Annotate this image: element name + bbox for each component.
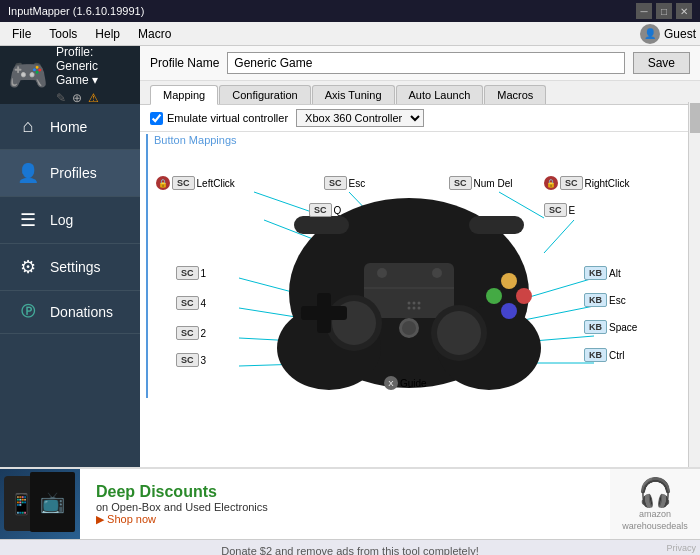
badge-sc-rightclick: SC: [560, 176, 583, 190]
home-icon: ⌂: [16, 116, 40, 137]
ad-link[interactable]: ▶ Shop now: [96, 513, 594, 526]
svg-point-37: [418, 307, 421, 310]
profile-label: Profile:: [56, 45, 132, 59]
badge-sc-3: SC: [176, 353, 199, 367]
content-area: Profile Name Save Mapping Configuration …: [140, 46, 700, 467]
mapping-title: Button Mappings: [154, 134, 694, 146]
profiles-icon: 👤: [16, 162, 40, 184]
svg-point-23: [437, 311, 481, 355]
label-ctrl: Ctrl: [609, 350, 625, 361]
save-button[interactable]: Save: [633, 52, 690, 74]
emulate-checkbox[interactable]: [150, 112, 163, 125]
label-guide: Guide: [400, 378, 427, 389]
maximize-button[interactable]: □: [656, 3, 672, 19]
scrollbar-track[interactable]: [688, 102, 700, 467]
controller-icon-small: 🎮: [8, 56, 48, 94]
app-body: 🎮 Profile: Generic Game ▾ ✎ ⊕ ⚠ ⌂ Home 👤: [0, 46, 700, 467]
sidebar-item-profiles[interactable]: 👤 Profiles: [0, 150, 140, 197]
sidebar-item-home[interactable]: ⌂ Home: [0, 104, 140, 150]
user-name: Guest: [664, 27, 696, 41]
label-dpad4: 4: [201, 298, 207, 309]
tab-auto-launch[interactable]: Auto Launch: [396, 85, 484, 104]
scrollbar-thumb[interactable]: [690, 103, 700, 133]
menu-macro[interactable]: Macro: [130, 25, 179, 43]
emulate-checkbox-label[interactable]: Emulate virtual controller: [150, 112, 288, 125]
mapping-rightclick: 🔒 SC RightClick: [544, 176, 630, 190]
emulate-label-text: Emulate virtual controller: [167, 112, 288, 124]
sidebar-header: 🎮 Profile: Generic Game ▾ ✎ ⊕ ⚠: [0, 46, 140, 104]
mapping-dpad2: SC 2: [176, 326, 206, 340]
badge-sc-leftclick: SC: [172, 176, 195, 190]
menu-file[interactable]: File: [4, 25, 39, 43]
badge-sc-1: SC: [176, 266, 199, 280]
badge-sc-e: SC: [544, 203, 567, 217]
mapping-dpad4: SC 4: [176, 296, 206, 310]
svg-point-39: [413, 302, 416, 305]
sidebar-label-home: Home: [50, 119, 87, 135]
badge-sc-numdel: SC: [449, 176, 472, 190]
tab-macros[interactable]: Macros: [484, 85, 546, 104]
mapping-section: Button Mappings: [146, 134, 694, 398]
label-dpad3: 3: [201, 355, 207, 366]
svg-rect-17: [294, 216, 349, 234]
sidebar-label-log: Log: [50, 212, 73, 228]
svg-point-29: [501, 303, 517, 319]
profile-info: Profile: Generic Game ▾ ✎ ⊕ ⚠: [56, 45, 132, 105]
svg-point-33: [402, 321, 416, 335]
ad-image-right: 🎧 amazonwarehousedeals: [610, 468, 700, 539]
profile-name-bar: Profile Name Save: [140, 46, 700, 81]
warning-icon[interactable]: ⚠: [88, 91, 99, 105]
controller-diagram: 🔒 SC LeftClick SC Esc SC Num Del 🔒: [154, 148, 694, 398]
lock-icon-right: 🔒: [544, 176, 558, 190]
ad-subline: on Open-Box and Used Electronics: [96, 501, 594, 513]
donations-icon: Ⓟ: [16, 303, 40, 321]
label-dpad1: 1: [201, 268, 207, 279]
settings-icon: ⚙: [16, 256, 40, 278]
sidebar-label-profiles: Profiles: [50, 165, 97, 181]
user-area: 👤 Guest: [640, 24, 696, 44]
sidebar-item-log[interactable]: ☰ Log: [0, 197, 140, 244]
menu-help[interactable]: Help: [87, 25, 128, 43]
sidebar-item-settings[interactable]: ⚙ Settings: [0, 244, 140, 291]
ad-headline: Deep Discounts: [96, 482, 594, 501]
badge-sc-2: SC: [176, 326, 199, 340]
svg-point-36: [413, 307, 416, 310]
mapping-kbesc: KB Esc: [584, 293, 626, 307]
badge-kb-space: KB: [584, 320, 607, 334]
minimize-button[interactable]: ─: [636, 3, 652, 19]
tab-axis-tuning[interactable]: Axis Tuning: [312, 85, 395, 104]
add-profile-icon[interactable]: ⊕: [72, 91, 82, 105]
profile-name-input[interactable]: [227, 52, 624, 74]
svg-point-28: [516, 288, 532, 304]
badge-sc-q: SC: [309, 203, 332, 217]
profile-dropdown-arrow[interactable]: ▾: [92, 73, 98, 87]
label-numdel: Num Del: [474, 178, 513, 189]
label-e: E: [569, 205, 576, 216]
label-alt: Alt: [609, 268, 621, 279]
close-button[interactable]: ✕: [676, 3, 692, 19]
ad-banner: 📱 📺 Deep Discounts on Open-Box and Used …: [0, 467, 700, 539]
menu-tools[interactable]: Tools: [41, 25, 85, 43]
svg-line-7: [499, 192, 544, 218]
guide-icon: X: [384, 376, 398, 390]
headphone-icon: 🎧: [638, 476, 673, 509]
mapping-guide: X Guide: [384, 376, 427, 390]
svg-point-31: [432, 268, 442, 278]
profile-name-label: Profile Name: [150, 56, 219, 70]
tabs-bar: Mapping Configuration Axis Tuning Auto L…: [140, 81, 700, 105]
svg-point-40: [418, 302, 421, 305]
sidebar-item-donations[interactable]: Ⓟ Donations: [0, 291, 140, 334]
svg-rect-18: [469, 216, 524, 234]
tab-configuration[interactable]: Configuration: [219, 85, 310, 104]
controller-type-select[interactable]: Xbox 360 Controller: [296, 109, 424, 127]
tab-mapping[interactable]: Mapping: [150, 85, 218, 105]
label-rightclick: RightClick: [585, 178, 630, 189]
mapping-alt: KB Alt: [584, 266, 621, 280]
edit-profile-icon[interactable]: ✎: [56, 91, 66, 105]
badge-kb-ctrl: KB: [584, 348, 607, 362]
ad-text-area: Deep Discounts on Open-Box and Used Elec…: [80, 474, 610, 534]
mapping-q: SC Q: [309, 203, 341, 217]
ad-image-left: 📱 📺: [0, 468, 80, 539]
app-title: InputMapper (1.6.10.19991): [8, 5, 144, 17]
mapping-esc: SC Esc: [324, 176, 365, 190]
